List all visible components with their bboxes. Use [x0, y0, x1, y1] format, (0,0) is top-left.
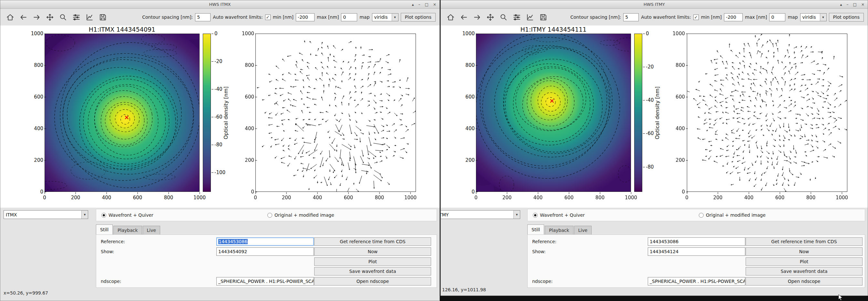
zoom-icon[interactable]	[57, 11, 69, 23]
tick-label: 1000	[193, 195, 206, 201]
now-button[interactable]: Now	[746, 247, 863, 256]
maximize-icon[interactable]: □	[853, 2, 857, 7]
tick-label: 400	[533, 195, 543, 201]
chevron-down-icon[interactable]: ▾	[82, 211, 88, 219]
tab-playback[interactable]: Playback	[545, 226, 573, 235]
reference-input[interactable]: 1443453086	[648, 237, 745, 246]
back-icon[interactable]	[18, 11, 29, 23]
save-wavefront-button[interactable]: Save wavefront data	[746, 267, 863, 275]
tick-label: 0	[474, 195, 477, 201]
contour-heatmap[interactable]	[476, 34, 631, 191]
window-title: HWS ITMX	[209, 2, 231, 7]
pan-icon[interactable]	[44, 11, 56, 23]
tab-still[interactable]: Still	[527, 224, 544, 235]
open-ndscope-button[interactable]: Open ndscope	[746, 277, 863, 285]
save-wavefront-button[interactable]: Save wavefront data	[314, 267, 431, 275]
radio-wavefront-quiver[interactable]: Wavefront + Quiver	[101, 209, 153, 221]
reference-label: Reference:	[101, 239, 125, 244]
quiver-canvas[interactable]	[256, 34, 415, 191]
plot-options-button[interactable]: Plot options	[829, 13, 864, 22]
save-icon[interactable]	[537, 11, 549, 23]
shade-icon[interactable]: ▴	[840, 2, 842, 7]
home-icon[interactable]	[4, 11, 16, 23]
reference-label: Reference:	[532, 239, 556, 244]
quiver-plot[interactable]	[687, 34, 847, 192]
quiver-plot[interactable]	[255, 34, 416, 192]
show-label: Show:	[101, 249, 114, 254]
tab-live[interactable]: Live	[143, 226, 160, 235]
auto-limits-checkbox[interactable]: ✓	[693, 14, 699, 20]
tick-label: 1000	[242, 31, 254, 36]
forward-icon[interactable]	[471, 11, 483, 23]
subplot-config-icon[interactable]	[511, 11, 523, 23]
contour-spacing-input[interactable]: 5	[623, 13, 639, 21]
plot-button[interactable]: Plot	[746, 258, 863, 266]
max-label: max [nm]	[745, 14, 767, 20]
quiver-canvas[interactable]	[687, 34, 847, 191]
tick-label: 800	[375, 195, 384, 201]
pan-icon[interactable]	[485, 11, 496, 23]
back-icon[interactable]	[458, 11, 469, 23]
auto-limits-label: Auto wavefront limits:	[641, 14, 691, 20]
titlebar[interactable]: HWS ITMX ▴ – □ ×	[0, 0, 439, 9]
window-hws-itmx: HWS ITMX ▴ – □ × Contour spacing [nm]: 5…	[0, 0, 440, 301]
contour-plot-title: H1:ITMX 1443454091	[44, 26, 199, 33]
home-icon[interactable]	[445, 11, 456, 23]
chevron-down-icon[interactable]: ▾	[392, 13, 398, 21]
plot-button[interactable]: Plot	[314, 258, 431, 266]
optic-select[interactable]: ITMX ▾	[4, 210, 88, 219]
window-hws-itmy: HWS ITMY ▴ – □ × Contour spacing [nm]: 5…	[440, 0, 868, 296]
reference-input[interactable]: 1443453086	[216, 237, 314, 246]
save-icon[interactable]	[97, 11, 108, 23]
ndscope-input[interactable]: _SPHERICAL_POWER . H1:PSL-POWER_SCALE_OF…	[648, 277, 745, 285]
subplot-config-icon[interactable]	[70, 11, 82, 23]
contour-plot[interactable]	[44, 34, 199, 192]
get-reference-cds-button[interactable]: Get reference time from CDS	[746, 237, 863, 246]
ndscope-input[interactable]: _SPHERICAL_POWER . H1:PSL-POWER_SCALE_OF…	[216, 277, 314, 285]
axes-edit-icon[interactable]	[84, 11, 95, 23]
close-icon[interactable]: ×	[861, 2, 864, 7]
minimize-icon[interactable]: –	[847, 2, 848, 7]
forward-icon[interactable]	[31, 11, 42, 23]
close-icon[interactable]: ×	[433, 2, 436, 7]
tick-label: 400	[245, 126, 254, 131]
contour-plot[interactable]	[476, 34, 631, 192]
chevron-down-icon[interactable]: ▾	[820, 13, 826, 21]
colormap-select[interactable]: viridis ▾	[800, 13, 827, 21]
radio-original-modified[interactable]: Original + modified image	[699, 209, 766, 221]
mode-tabs: Still Playback Live	[96, 224, 161, 235]
tab-playback[interactable]: Playback	[113, 226, 142, 235]
tick-label: 0	[471, 189, 475, 195]
map-label: map	[360, 14, 369, 20]
auto-limits-checkbox[interactable]: ✓	[265, 14, 271, 20]
plot-options-button[interactable]: Plot options	[401, 13, 436, 22]
tab-live[interactable]: Live	[574, 226, 592, 235]
min-input[interactable]: -200	[724, 13, 743, 21]
tick-label: 1000	[31, 31, 43, 36]
titlebar[interactable]: HWS ITMY ▴ – □ ×	[441, 0, 868, 9]
tick-label: 0	[685, 195, 688, 201]
min-input[interactable]: -200	[296, 13, 314, 21]
now-button[interactable]: Now	[314, 247, 431, 256]
colormap-select[interactable]: viridis ▾	[372, 13, 399, 21]
optic-select[interactable]: ITMY ▾	[440, 210, 520, 219]
max-input[interactable]: 0	[769, 13, 785, 21]
max-input[interactable]: 0	[341, 13, 357, 21]
radio-original-modified[interactable]: Original + modified image	[268, 209, 334, 221]
minimize-icon[interactable]: –	[418, 2, 421, 7]
show-input[interactable]: 1443454092	[216, 247, 314, 256]
contour-spacing-label: Contour spacing [nm]:	[570, 14, 621, 20]
axes-edit-icon[interactable]	[524, 11, 536, 23]
get-reference-cds-button[interactable]: Get reference time from CDS	[314, 237, 431, 246]
show-input[interactable]: 1443454124	[648, 247, 745, 256]
maximize-icon[interactable]: □	[425, 2, 429, 7]
tab-still[interactable]: Still	[96, 224, 113, 235]
open-ndscope-button[interactable]: Open ndscope	[314, 277, 431, 285]
shade-icon[interactable]: ▴	[412, 2, 414, 7]
chevron-down-icon[interactable]: ▾	[514, 211, 520, 219]
tick-label: 800	[34, 62, 43, 68]
contour-heatmap[interactable]	[45, 34, 199, 191]
contour-spacing-input[interactable]: 5	[195, 13, 211, 21]
radio-wavefront-quiver[interactable]: Wavefront + Quiver	[533, 209, 585, 221]
zoom-icon[interactable]	[498, 11, 509, 23]
